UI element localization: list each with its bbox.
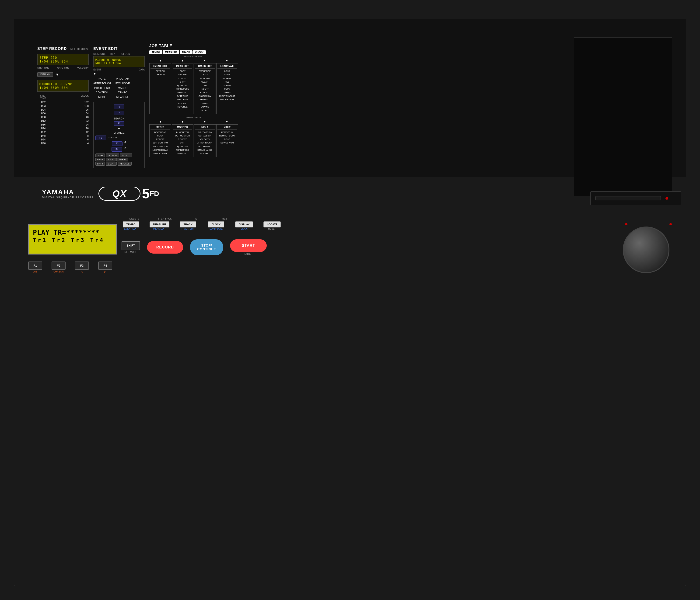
led-indicator-2 <box>670 223 672 225</box>
table-row: 1/2416 <box>38 126 89 130</box>
f3b-button[interactable]: F3 <box>112 141 123 146</box>
led-indicator-1 <box>625 223 627 225</box>
start-button-small[interactable]: START <box>106 162 117 166</box>
rec-mode-label: REC MODE <box>122 251 140 253</box>
beat-header: BEAT <box>110 53 117 55</box>
display-button[interactable]: DISPLAY <box>38 72 53 77</box>
step-table: STEP TIME CLOCK 1/02192 1/03128 1/0496 1… <box>38 94 89 145</box>
lcd-row1: PLAY TR=******** <box>33 228 112 237</box>
f3-bottom-button[interactable]: F3 <box>75 261 89 270</box>
rest-label: REST <box>217 217 233 220</box>
event-edit-sublabel: EVENT EDIT <box>122 227 140 230</box>
reset-sublabel: RESET <box>263 227 281 230</box>
f1-group: F1 JOB <box>28 261 42 273</box>
top-panel: STEP RECORD FREE MEMORY STEP 250 1/04 08… <box>14 19 686 177</box>
press-twice-label: PRESS TWICE <box>149 117 238 119</box>
f4-sub-label: ▷ <box>98 270 112 273</box>
job-arrows: ▼ ▼ ▼ ▼ <box>149 58 238 62</box>
locate-button[interactable]: LOCATE <box>264 221 281 227</box>
tab-clock[interactable]: CLOCK <box>193 50 206 54</box>
f-buttons-row: F1 JOB F2 CURSOR F3 ◁ F4 ▷ <box>28 261 112 273</box>
shift-button-2[interactable]: SHIFT <box>95 158 105 161</box>
f2-bottom-button[interactable]: F2 <box>52 261 66 270</box>
replace-button-small[interactable]: REPLACE <box>118 162 132 166</box>
step-display-row1: STEP 250 <box>40 56 86 59</box>
f4-group: F4 ▷ <box>98 261 112 273</box>
job-tabs: TEMPO MEASURE TRACK CLOCK <box>149 50 238 54</box>
track-edit-sublabel: TRACK EDIT <box>179 227 197 230</box>
arrow1-icon: ▼ <box>159 58 162 62</box>
clock-button[interactable]: CLOCK <box>208 221 224 227</box>
record-button-small[interactable]: RECORD <box>106 153 119 157</box>
lcd-row2: Tr1 Tr2 Tr3 Tr4 <box>33 237 112 244</box>
event-lcd: M=0001-01-00/96 NOTE(1) C.3 064 <box>93 56 145 67</box>
f3-group: F3 ◁ <box>75 261 89 273</box>
brand-name: YAMAHA <box>42 189 94 196</box>
measure-button[interactable]: MEASURE <box>150 221 169 227</box>
table-row: 1/0496 <box>38 108 89 111</box>
f4b-button[interactable]: F4 <box>111 147 122 152</box>
f2-button[interactable]: F2 <box>95 135 106 140</box>
arrow3-icon: ▼ <box>203 58 206 62</box>
event-lcd-row2: NOTE(1) C.3 064 <box>95 61 143 65</box>
press-with-shift-label: PRESS WITH SHIFT <box>149 55 238 58</box>
arrow2-icon: ▼ <box>181 58 184 62</box>
step-time-label: STEP TIME <box>38 67 49 69</box>
event-arrow-icon: ▼ <box>93 72 145 76</box>
table-row: 1/3212 <box>38 130 89 134</box>
step-record-title: STEP RECORD <box>38 47 67 51</box>
gate-time-label: GATE TIME <box>57 67 70 69</box>
step-display: STEP 250 1/04 080% 064 <box>38 54 89 65</box>
plus1-label: +1 <box>124 147 127 152</box>
model-logo: QX 5 FD <box>98 186 159 201</box>
logo-outline: QX <box>98 186 141 201</box>
arrow8-icon: ▼ <box>225 120 229 123</box>
tempo-button[interactable]: TEMPO <box>123 221 139 227</box>
tab-measure[interactable]: MEASURE <box>163 50 179 54</box>
clock-header: CLOCK <box>77 95 89 100</box>
f3-button[interactable]: F3 <box>114 104 124 109</box>
stop-main-button[interactable]: STOP/ CONTINUE <box>190 239 223 255</box>
table-row: 1/488 <box>38 134 89 138</box>
job-cell-event-edit: EVENT EDIT SEARCH CHANGE <box>149 63 171 114</box>
velocity-label: VELOCITY <box>77 67 89 69</box>
delete-button-small[interactable]: DELETE <box>120 153 132 157</box>
minus1-label: -1 <box>124 141 126 146</box>
track-button[interactable]: TRACK <box>180 221 196 227</box>
table-row: 1/02192 <box>38 100 89 104</box>
stop-button-small[interactable]: STOP <box>106 158 116 161</box>
job-grid-bottom: SETUP BEAT/MEAS CLICK REPEAT EDIT CONFIR… <box>149 124 238 157</box>
job-cell-midi2: MIDI 2 REMOTE IN REMMOTE OUT ECHO DEVICE… <box>216 124 238 157</box>
shift-button-1[interactable]: SHIFT <box>95 153 105 157</box>
table-row: 1/1232 <box>38 119 89 123</box>
shift-main-button[interactable]: SHIFT <box>122 241 140 250</box>
start-main-button[interactable]: START <box>230 239 267 252</box>
f1-sub-label: JOB <box>28 270 42 273</box>
arrow7-icon: ▼ <box>203 120 206 123</box>
disk-drive <box>590 191 681 205</box>
insert-button-small[interactable]: INSERT <box>117 158 128 161</box>
f2-group: F2 CURSOR <box>52 261 66 273</box>
bottom-lcd: PLAY TR=******** Tr1 Tr2 Tr3 Tr4 <box>28 224 117 254</box>
dial-wheel[interactable] <box>623 226 670 273</box>
record-group: RECORD <box>147 241 183 254</box>
display-bottom-button[interactable]: DISPLAY <box>235 221 253 227</box>
f1-button[interactable]: F1 <box>114 121 124 126</box>
f4-button[interactable]: F4 <box>114 111 124 115</box>
disk-led <box>666 197 668 200</box>
change-arrow-icon: ▼ <box>95 127 143 130</box>
event-items: NOTE AFTERTOUCH PITCH BEND CONTROL MODE <box>93 76 111 100</box>
job-cell-load-save: LOAD/SAVE LOAD SAVE RENAME KILL STATUS C… <box>216 63 238 114</box>
tab-track[interactable]: TRACK <box>180 50 193 54</box>
tab-tempo[interactable]: TEMPO <box>149 50 162 54</box>
job-table-title: JOB TABLE <box>149 44 238 48</box>
f1-bottom-button[interactable]: F1 <box>28 261 42 270</box>
f4-bottom-button[interactable]: F4 <box>98 261 112 270</box>
table-row: 1/1624 <box>38 123 89 126</box>
step-record-section: STEP RECORD FREE MEMORY STEP 250 1/04 08… <box>38 47 89 145</box>
record-main-button[interactable]: RECORD <box>147 241 183 254</box>
bottom-panel: PLAY TR=******** Tr1 Tr2 Tr3 Tr4 F1 JOB … <box>14 210 686 586</box>
stop-group: STOP/ CONTINUE <box>190 239 223 255</box>
shift-button-3[interactable]: SHIFT <box>95 162 105 166</box>
table-row: 1/0664 <box>38 111 89 115</box>
